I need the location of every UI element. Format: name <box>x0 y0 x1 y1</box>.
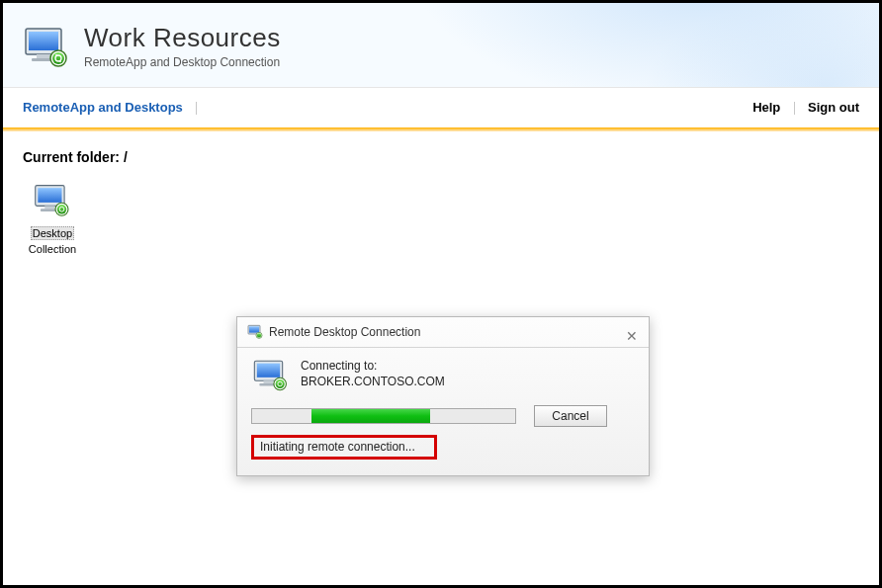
current-folder-label: Current folder: / <box>23 149 859 165</box>
svg-rect-1 <box>29 32 58 50</box>
page-title: Work Resources <box>84 23 281 53</box>
svg-rect-2 <box>37 54 50 58</box>
connection-progress-bar <box>251 408 516 424</box>
svg-point-15 <box>257 333 261 337</box>
page-subtitle: RemoteApp and Desktop Connection <box>84 55 281 69</box>
cancel-button[interactable]: Cancel <box>534 405 607 427</box>
svg-rect-18 <box>264 380 274 383</box>
nav-divider <box>196 102 197 115</box>
connection-status-text: Initiating remote connection... <box>251 435 437 460</box>
svg-rect-7 <box>38 188 61 203</box>
app-logo-icon <box>23 25 70 75</box>
svg-rect-8 <box>44 206 54 209</box>
nav-divider <box>794 102 795 115</box>
svg-point-21 <box>276 379 285 388</box>
resource-label-line1: Desktop <box>31 226 74 240</box>
remote-desktop-dialog: Remote Desktop Connection ✕ Connecting t… <box>236 316 650 476</box>
dialog-title-icon <box>247 324 263 340</box>
resource-label-line2: Collection <box>23 243 82 255</box>
header-region: Work Resources RemoteApp and Desktop Con… <box>3 3 879 88</box>
connecting-to-label: Connecting to: <box>301 358 445 374</box>
close-icon[interactable]: ✕ <box>621 321 643 343</box>
svg-rect-13 <box>249 326 259 332</box>
nav-help[interactable]: Help <box>752 100 780 115</box>
nav-remoteapp-desktops[interactable]: RemoteApp and Desktops <box>23 100 183 115</box>
nav-bar: RemoteApp and Desktops Help Sign out <box>3 88 879 127</box>
svg-point-11 <box>57 205 67 214</box>
dialog-titlebar: Remote Desktop Connection ✕ <box>237 317 649 347</box>
dialog-desktop-icon <box>251 358 291 395</box>
nav-signout[interactable]: Sign out <box>808 100 859 115</box>
content-region: Current folder: / Desktop Collection <box>3 131 879 273</box>
resource-desktop-collection[interactable]: Desktop Collection <box>23 183 82 255</box>
connecting-host: BROKER.CONTOSO.COM <box>301 374 445 389</box>
dialog-title-text: Remote Desktop Connection <box>269 317 420 347</box>
desktop-icon <box>32 183 73 220</box>
svg-point-5 <box>52 52 64 64</box>
progress-fill <box>311 409 430 423</box>
svg-rect-17 <box>257 364 280 378</box>
